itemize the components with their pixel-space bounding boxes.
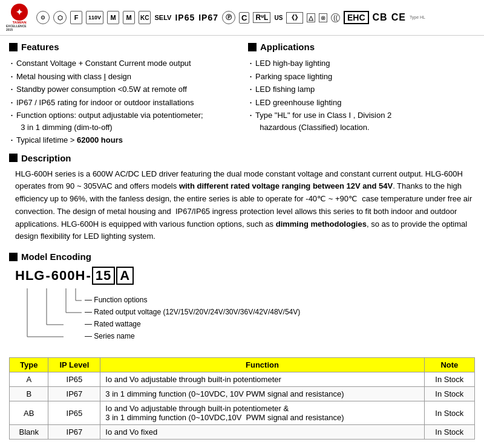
cert-ip67-label: IP67 <box>198 13 218 22</box>
cert-ul-icon: RᵘL <box>253 12 270 23</box>
cert-type-hl-note: Type HL <box>410 15 425 20</box>
list-item: Constant Voltage + Constant Current mode… <box>9 57 236 70</box>
list-item: LED greenhouse lighting <box>248 96 475 109</box>
list-item: Standby power consumption <0.5W at remot… <box>9 83 236 96</box>
table-cell-note: In Stock <box>424 425 474 440</box>
cert-kc-icon: KC <box>139 11 151 24</box>
certification-bar: ✦ TAIWAN EXCELLENCE 2015 ⊙ ⬡ F 110V M M … <box>0 0 484 36</box>
table-row: A IP65 Io and Vo adjustable through buil… <box>10 372 475 387</box>
cert-ce-label: CE <box>391 12 406 23</box>
label-rated-wattage: — Rated wattage <box>85 320 141 328</box>
model-icon <box>9 253 18 261</box>
model-encoding-title: Model Encoding <box>9 252 475 262</box>
cert-eac-label: ЕНС <box>344 11 369 24</box>
list-item: Parking space lighting <box>248 70 475 83</box>
model-15: 15 <box>92 267 115 285</box>
table-header-ip: IP Level <box>48 358 100 372</box>
label-rated-voltage: — Rated output voltage (12V/15V/20V/24V/… <box>85 308 300 316</box>
model-dash1: - <box>45 268 51 284</box>
cert-m2-icon: M <box>123 11 135 24</box>
table-cell-type: AB <box>10 401 48 425</box>
list-item: Metal housing with class I design <box>9 70 236 83</box>
table-header-note: Note <box>424 358 474 372</box>
table-cell-ip: IP65 <box>48 372 100 387</box>
cert-ip65-label: IP65 <box>175 13 195 22</box>
table-header-function: Function <box>100 358 424 372</box>
list-item: LED high-bay lighting <box>248 57 475 70</box>
model-a: A <box>116 267 134 285</box>
table-cell-function: 3 in 1 dimming function (0~10VDC, 10V PW… <box>100 387 424 401</box>
list-item: Function options: output adjustable via … <box>9 109 236 134</box>
model-dash2: - <box>85 268 91 284</box>
table-header-row: Type IP Level Function Note <box>10 358 475 372</box>
cert-us-label: US <box>274 15 283 21</box>
table-cell-note: In Stock <box>424 372 474 387</box>
table-cell-ip: IP67 <box>48 387 100 401</box>
taiwan-excellence-logo: ✦ TAIWAN EXCELLENCE 2015 <box>6 4 33 31</box>
model-hlg: HLG <box>15 268 45 284</box>
table-header-type: Type <box>10 358 48 372</box>
features-icon <box>9 43 18 51</box>
cert-selv-icon: SELV <box>154 14 171 21</box>
model-600h: 600H <box>51 268 86 284</box>
table-cell-function: Io and Vo fixed <box>100 425 424 440</box>
table-row: AB IP65 Io and Vo adjustable through bui… <box>10 401 475 425</box>
table-cell-note: In Stock <box>424 387 474 401</box>
table-cell-function: Io and Vo adjustable through built-in po… <box>100 401 424 425</box>
description-section: Description HLG-600H series is a 600W AC… <box>9 153 475 244</box>
applications-icon <box>248 43 257 51</box>
cert-m1-icon: M <box>107 11 119 24</box>
description-icon <box>9 154 18 162</box>
applications-column: Applications LED high-bay lighting Parki… <box>248 42 475 147</box>
model-diagram: HLG - 600H - 15 A <box>15 267 475 349</box>
cert-c-icon: C <box>239 12 249 24</box>
cert-triangle-icon: △ <box>307 13 315 22</box>
cert-110v-icon: 110V <box>86 11 103 24</box>
main-content: Features Constant Voltage + Constant Cur… <box>0 36 484 446</box>
description-title: Description <box>9 153 475 163</box>
table-cell-type: B <box>10 387 48 401</box>
table-cell-type: Blank <box>10 425 48 440</box>
list-item: Typical lifetime > 62000 hours <box>9 134 236 147</box>
cert-cc-icon: (( <box>331 13 340 22</box>
features-list: Constant Voltage + Constant Current mode… <box>9 57 236 147</box>
features-column: Features Constant Voltage + Constant Cur… <box>9 42 236 147</box>
cert-symbol-icon: 《》 <box>286 12 303 24</box>
cert-f-icon: F <box>70 11 82 24</box>
applications-title: Applications <box>248 42 475 52</box>
table-cell-note: In Stock <box>424 401 474 425</box>
table-cell-type: A <box>10 372 48 387</box>
features-title: Features <box>9 42 236 52</box>
list-item: IP67 / IP65 rating for indoor or outdoor… <box>9 96 236 109</box>
table-cell-ip: IP65 <box>48 401 100 425</box>
model-bracket-diagram: — Function options — Rated output voltag… <box>15 288 475 349</box>
cert-cb2-icon: ⊗ <box>319 13 327 22</box>
table-row: B IP67 3 in 1 dimming function (0~10VDC,… <box>10 387 475 401</box>
list-item: LED fishing lamp <box>248 83 475 96</box>
label-function-options: — Function options <box>85 296 147 304</box>
label-series-name: — Series name <box>85 332 135 340</box>
features-applications-section: Features Constant Voltage + Constant Cur… <box>9 42 475 147</box>
cert-round-icon: ⬡ <box>53 11 67 24</box>
table-cell-ip: IP67 <box>48 425 100 440</box>
applications-list: LED high-bay lighting Parking space ligh… <box>248 57 475 134</box>
cert-cb-label: CB <box>373 12 388 23</box>
cert-safety-icon: ⊙ <box>36 11 50 24</box>
table-row: Blank IP67 Io and Vo fixed In Stock <box>10 425 475 440</box>
description-text: HLG-600H series is a 600W AC/DC LED driv… <box>15 168 475 244</box>
taiwan-star-icon: ✦ <box>11 4 28 21</box>
table-cell-function: Io and Vo adjustable through built-in po… <box>100 372 424 387</box>
list-item: Type "HL" for use in Class I , Division … <box>248 109 475 134</box>
model-table: Type IP Level Function Note A IP65 Io an… <box>9 357 475 440</box>
model-encoding-section: Model Encoding HLG - 600H - 15 A <box>9 252 475 349</box>
model-code: HLG - 600H - 15 A <box>15 267 475 285</box>
cert-p-icon: Ⓟ <box>222 11 235 24</box>
